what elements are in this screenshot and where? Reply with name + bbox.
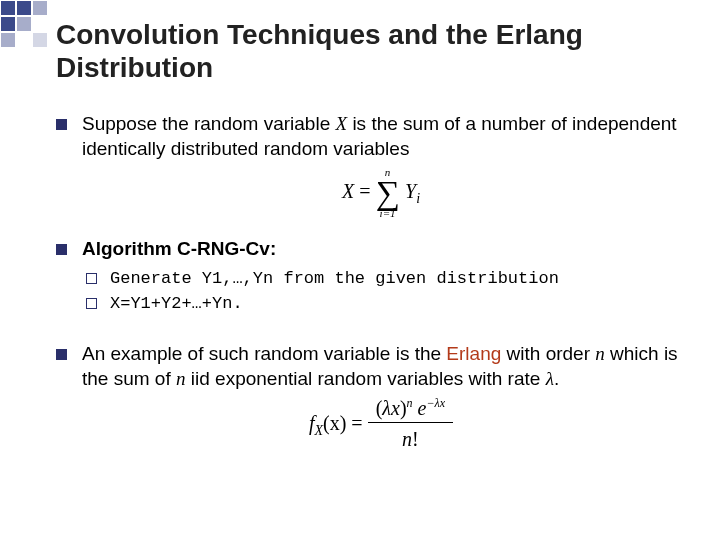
paren-close: ) [400, 397, 407, 419]
equation-erlang-pdf: fX(x) = (λx)n e−λx n! [82, 397, 680, 452]
pow-n: n [407, 397, 413, 411]
pdf-sub-X: X [314, 423, 323, 438]
var-lambda: λ [546, 368, 554, 389]
erlang-term: Erlang [446, 343, 501, 364]
eq-equals: = [354, 180, 375, 202]
sigma-icon: ∑ [375, 176, 399, 210]
var-n: n [595, 343, 605, 364]
den-n: n [402, 428, 412, 450]
text: iid exponential random variables with ra… [186, 368, 546, 389]
algorithm-steps: Generate Y1,…,Yn from the given distribu… [82, 268, 680, 316]
eq-lhs: X [342, 180, 354, 202]
text: . [554, 368, 559, 389]
lambda-x: λx [382, 397, 400, 419]
algorithm-title: Algorithm C-RNG-Cv: [82, 238, 276, 259]
slide-title: Convolution Techniques and the Erlang Di… [56, 18, 680, 84]
bullet-intro: Suppose the random variable X is the sum… [56, 112, 680, 219]
equation-sum: X = n ∑ i=1 Yi [82, 167, 680, 219]
var-X: X [336, 113, 348, 134]
pdf-arg: (x) = [323, 412, 368, 434]
corner-decoration [0, 0, 48, 48]
text: Suppose the random variable [82, 113, 336, 134]
slide: Convolution Techniques and the Erlang Di… [0, 0, 720, 540]
denominator: n! [368, 423, 453, 452]
text: with order [501, 343, 595, 364]
eq-rhs-Y: Y [405, 180, 416, 202]
bullet-list: Suppose the random variable X is the sum… [56, 112, 680, 452]
algo-step-generate: Generate Y1,…,Yn from the given distribu… [82, 268, 680, 291]
e-pow: −λx [426, 397, 445, 411]
bullet-algorithm: Algorithm C-RNG-Cv: Generate Y1,…,Yn fro… [56, 237, 680, 316]
factorial: ! [412, 428, 419, 450]
text: An example of such random variable is th… [82, 343, 446, 364]
sigma-notation: n ∑ i=1 [375, 167, 399, 219]
fraction: (λx)n e−λx n! [368, 397, 453, 452]
var-n: n [176, 368, 186, 389]
numerator: (λx)n e−λx [368, 397, 453, 423]
bullet-erlang-example: An example of such random variable is th… [56, 342, 680, 452]
eq-rhs-sub: i [416, 191, 420, 206]
algo-step-sum: X=Y1+Y2+…+Yn. [82, 293, 680, 316]
